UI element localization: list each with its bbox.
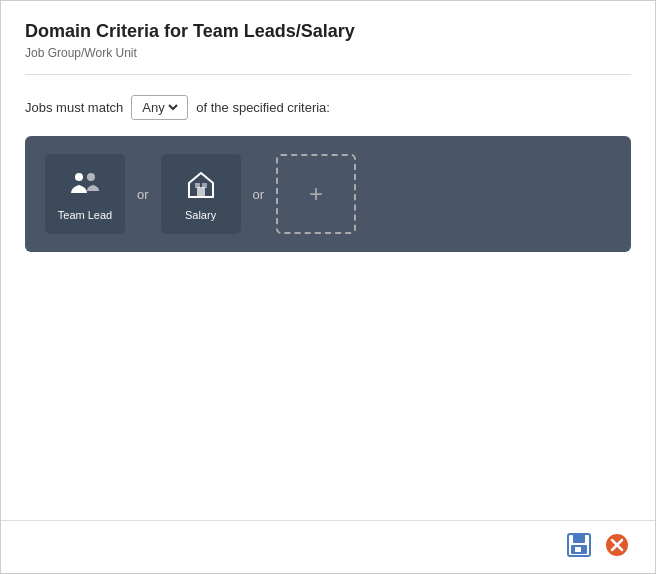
match-suffix-label: of the specified criteria: (196, 100, 330, 115)
team-lead-icon (67, 167, 103, 203)
svg-rect-7 (573, 534, 585, 543)
save-icon (565, 531, 593, 559)
match-select[interactable]: Any All (138, 99, 181, 116)
match-dropdown[interactable]: Any All (131, 95, 188, 120)
salary-label: Salary (185, 209, 216, 221)
match-prefix-label: Jobs must match (25, 100, 123, 115)
criteria-box: Team Lead or Salary or + (25, 136, 631, 252)
add-icon: + (309, 180, 323, 208)
save-button[interactable] (565, 531, 593, 559)
title-section: Domain Criteria for Team Leads/Salary Jo… (25, 21, 631, 75)
cancel-button[interactable] (603, 531, 631, 559)
page-title: Domain Criteria for Team Leads/Salary (25, 21, 631, 42)
svg-rect-0 (75, 173, 83, 181)
svg-rect-1 (87, 173, 95, 181)
match-row: Jobs must match Any All of the specified… (25, 95, 631, 120)
add-criteria-button[interactable]: + (276, 154, 356, 234)
svg-rect-3 (197, 187, 205, 197)
page-subtitle: Job Group/Work Unit (25, 46, 631, 60)
team-lead-label: Team Lead (58, 209, 112, 221)
svg-rect-9 (575, 547, 581, 552)
criteria-item-team-lead[interactable]: Team Lead (45, 154, 125, 234)
salary-icon (183, 167, 219, 203)
criteria-item-salary[interactable]: Salary (161, 154, 241, 234)
or-separator-1: or (137, 187, 149, 202)
cancel-icon (603, 531, 631, 559)
footer (1, 520, 655, 573)
svg-rect-4 (195, 183, 200, 188)
or-separator-2: or (253, 187, 265, 202)
svg-rect-5 (202, 183, 207, 188)
